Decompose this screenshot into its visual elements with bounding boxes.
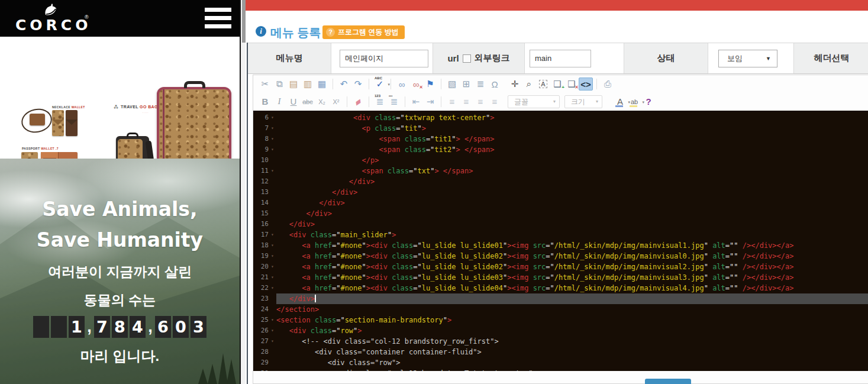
- paste-as-text-icon[interactable]: ▥: [301, 78, 315, 91]
- text-color-icon[interactable]: A▾: [613, 95, 627, 108]
- fold-arrow-icon[interactable]: ▾: [269, 251, 276, 262]
- code-line[interactable]: 13 </div>: [253, 187, 868, 198]
- print-icon[interactable]: ⎙: [601, 78, 615, 91]
- align-right-icon[interactable]: ≡: [473, 95, 488, 108]
- superscript-icon[interactable]: X²: [329, 95, 343, 108]
- remove-template-icon[interactable]: ❑✕: [564, 78, 579, 91]
- code-line[interactable]: 14 </div>: [253, 198, 868, 208]
- paste-from-word-icon[interactable]: ▦: [315, 78, 329, 91]
- status-select[interactable]: 보임 ▼: [718, 50, 777, 67]
- code-line[interactable]: 8▾ <span class="tit1"> </span>: [253, 134, 868, 144]
- code-line[interactable]: 16 </div>: [253, 219, 868, 230]
- size-select[interactable]: 크기▾: [564, 95, 602, 108]
- paste-icon[interactable]: ▤: [286, 78, 301, 91]
- external-link-checkbox[interactable]: [463, 54, 471, 63]
- anchor-flag-icon[interactable]: ⚑: [423, 78, 437, 91]
- menu-name-input[interactable]: [340, 50, 428, 67]
- find-icon[interactable]: ⌕: [522, 78, 536, 91]
- code-line[interactable]: 9▾ <span class="tit2"> </span>: [253, 144, 868, 155]
- html-editor: ✂⧉▤▥▦↶↷✓ABC▾∞∞✕⚑▧⊞≣Ω✛⌕A❑+❑✕<>⎙ BIUabcX₂X…: [253, 75, 868, 384]
- strikethrough-icon[interactable]: abc: [301, 95, 315, 108]
- undo-icon[interactable]: ↶: [337, 78, 351, 91]
- code-line[interactable]: 18▾ <a href="#none"><div class="lu_slide…: [253, 240, 868, 251]
- indent-icon[interactable]: ⇥: [423, 95, 437, 108]
- code-line[interactable]: 7▾ <p class="tit">: [253, 123, 868, 134]
- fold-arrow-icon[interactable]: ▾: [269, 123, 276, 134]
- code-line[interactable]: 28 <div class="container container-fluid…: [253, 347, 868, 357]
- save-button[interactable]: 저장하기: [645, 379, 691, 384]
- source-icon[interactable]: <>: [579, 78, 593, 91]
- code-line[interactable]: 11▾ <span class="txt"> </span>: [253, 166, 868, 176]
- line-number: 17: [253, 230, 269, 240]
- numbered-list-icon[interactable]: ≣123: [373, 95, 387, 108]
- help-icon[interactable]: ?: [641, 95, 656, 108]
- toolbar-separator: [369, 79, 369, 89]
- unlink-icon[interactable]: ∞✕: [409, 78, 423, 91]
- fold-arrow-icon[interactable]: ▾: [269, 262, 276, 272]
- fold-gutter: [269, 368, 276, 371]
- code-line[interactable]: 15 </div>: [253, 208, 868, 219]
- code-line[interactable]: 20▾ <a href="#none"><div class="lu_slide…: [253, 262, 868, 272]
- select-all-icon[interactable]: A: [536, 78, 550, 91]
- fold-arrow-icon[interactable]: ▾: [269, 144, 276, 155]
- redo-icon[interactable]: ↷: [351, 78, 365, 91]
- fold-arrow-icon[interactable]: ▾: [269, 336, 276, 347]
- source-code-area[interactable]: 6▾ <div class="txtwrap text-center">7▾ <…: [253, 111, 868, 371]
- code-line[interactable]: 29 <div class="row">: [253, 357, 868, 368]
- fold-arrow-icon[interactable]: ▾: [269, 134, 276, 144]
- highlight-color-icon[interactable]: ab▾: [627, 95, 641, 108]
- fold-arrow-icon[interactable]: ▾: [269, 112, 276, 123]
- code-line[interactable]: 19▾ <a href="#none"><div class="lu_slide…: [253, 251, 868, 262]
- code-line[interactable]: 10 </p>: [253, 155, 868, 166]
- insert-template-icon[interactable]: ❑+: [550, 78, 564, 91]
- code-line[interactable]: 26▾ <div class="row">: [253, 325, 868, 336]
- image-icon[interactable]: ▧: [445, 78, 459, 91]
- code-line[interactable]: 22▾ <a href="#none"><div class="lu_slide…: [253, 283, 868, 293]
- link-icon[interactable]: ∞: [395, 78, 409, 91]
- fold-arrow-icon[interactable]: ▾: [269, 272, 276, 283]
- fold-arrow-icon[interactable]: ▾: [269, 283, 276, 293]
- maximize-icon[interactable]: ✛: [508, 78, 522, 91]
- spell-check-icon[interactable]: ✓ABC▾: [373, 78, 387, 91]
- code-line[interactable]: 12 </div>: [253, 176, 868, 187]
- remove-format-icon[interactable]: ▰: [351, 95, 365, 108]
- code-line[interactable]: 23 </div>: [253, 293, 868, 304]
- italic-icon[interactable]: I: [272, 95, 286, 108]
- code-line[interactable]: 24</section>: [253, 304, 868, 315]
- code-line[interactable]: 6▾ <div class="txtwrap text-center">: [253, 112, 868, 123]
- underline-icon[interactable]: U: [286, 95, 301, 108]
- url-input[interactable]: [530, 50, 591, 67]
- horizontal-line-icon[interactable]: ≣: [473, 78, 488, 91]
- align-left-icon[interactable]: ≡: [445, 95, 459, 108]
- fold-arrow-icon[interactable]: ▾: [269, 240, 276, 251]
- corco-logo[interactable]: CORCO ®: [15, 4, 92, 34]
- hamburger-menu-icon[interactable]: [205, 8, 231, 29]
- line-number: 11: [253, 166, 269, 176]
- outdent-icon[interactable]: ⇤: [409, 95, 423, 108]
- url-label: url: [447, 53, 459, 63]
- bulleted-list-icon[interactable]: ≣•••: [387, 95, 401, 108]
- fold-arrow-icon[interactable]: ▾: [269, 230, 276, 240]
- fold-arrow-icon[interactable]: ▾: [269, 315, 276, 325]
- align-justify-icon[interactable]: ≡: [488, 95, 502, 108]
- preview-scrollbar[interactable]: [240, 0, 246, 384]
- bold-icon[interactable]: B: [258, 95, 272, 108]
- align-center-icon[interactable]: ≡: [459, 95, 473, 108]
- special-char-icon[interactable]: Ω: [488, 78, 502, 91]
- fold-arrow-icon[interactable]: ▾: [269, 166, 276, 176]
- table-icon[interactable]: ⊞: [459, 78, 473, 91]
- info-icon: i: [256, 26, 266, 37]
- code-line[interactable]: 17▾ <div class="main_slider">: [253, 230, 868, 240]
- code-line[interactable]: 30 <div class="col-12 brandstoryTxt text…: [253, 368, 868, 371]
- subscript-icon[interactable]: X₂: [315, 95, 329, 108]
- program-link-help-button[interactable]: ?프로그램 연동 방법: [322, 25, 405, 39]
- code-line[interactable]: 21▾ <a href="#none"><div class="lu_slide…: [253, 272, 868, 283]
- code-line[interactable]: 27▾ <!-- <div class="col-12 brandstory_r…: [253, 336, 868, 347]
- product-slider[interactable]: NECKLACE WALLET PASSPORT WALLET .7 ⁂ TRA…: [0, 37, 240, 159]
- fold-arrow-icon[interactable]: ▾: [269, 325, 276, 336]
- code-line[interactable]: 25▾<section class="section-main-brandsto…: [253, 315, 868, 325]
- line-number: 23: [253, 293, 269, 304]
- copy-icon[interactable]: ⧉: [272, 78, 286, 91]
- cut-icon[interactable]: ✂: [258, 78, 272, 91]
- font-select[interactable]: 글꼴▾: [508, 95, 560, 108]
